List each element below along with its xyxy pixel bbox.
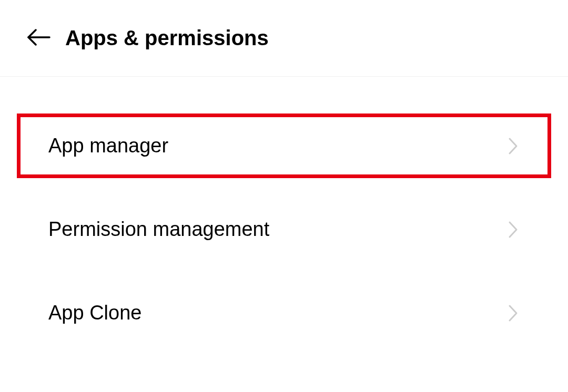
chevron-right-icon xyxy=(507,219,520,240)
page-title: Apps & permissions xyxy=(65,26,269,50)
back-arrow-icon xyxy=(26,29,52,48)
chevron-right-icon xyxy=(507,136,520,157)
header: Apps & permissions xyxy=(0,0,568,77)
back-button[interactable] xyxy=(26,28,56,49)
item-label: App manager xyxy=(48,135,168,157)
item-label: App Clone xyxy=(48,302,141,324)
item-label: Permission management xyxy=(48,218,269,241)
settings-list: App manager Permission management App Cl… xyxy=(0,77,568,345)
list-item-app-clone[interactable]: App Clone xyxy=(17,281,551,345)
chevron-right-icon xyxy=(507,303,520,324)
list-item-app-manager[interactable]: App manager xyxy=(17,114,551,178)
list-item-permission-management[interactable]: Permission management xyxy=(17,197,551,262)
